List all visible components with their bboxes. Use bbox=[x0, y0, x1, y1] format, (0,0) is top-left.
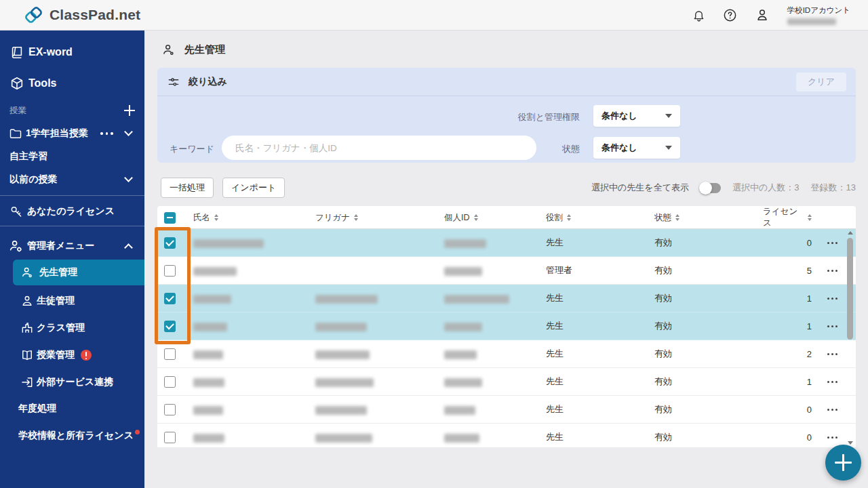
row-actions-more-icon[interactable] bbox=[817, 298, 847, 300]
sidebar-item-your-license[interactable]: あなたのライセンス bbox=[0, 201, 144, 222]
sidebar-item-ex-word[interactable]: EX-word bbox=[0, 42, 144, 62]
account-info[interactable]: 学校IDアカウント bbox=[787, 5, 850, 25]
table-row[interactable]: 先生有効0 bbox=[157, 396, 856, 424]
folder-more-icon[interactable] bbox=[100, 132, 117, 135]
role-cell: 先生 bbox=[546, 403, 654, 415]
scrollbar-thumb[interactable] bbox=[847, 238, 853, 340]
sidebar-item-class-mgmt[interactable]: クラス管理 bbox=[0, 318, 144, 338]
import-button[interactable]: インポート bbox=[222, 178, 285, 198]
bulk-action-button[interactable]: 一括処理 bbox=[161, 178, 214, 198]
filter-sliders-icon bbox=[167, 75, 180, 89]
column-header-furigana[interactable]: フリガナ bbox=[315, 212, 444, 224]
row-actions-more-icon[interactable] bbox=[817, 325, 847, 327]
status-cell: 有効 bbox=[654, 237, 763, 249]
license-cell: 1 bbox=[763, 321, 817, 331]
row-checkbox[interactable] bbox=[164, 432, 176, 443]
sort-icon bbox=[567, 214, 571, 221]
section-label-text: 授業 bbox=[9, 105, 26, 117]
sidebar-item-label: 以前の授業 bbox=[9, 174, 57, 186]
personal-id-redacted bbox=[444, 295, 509, 304]
table-row[interactable]: 先生有効1 bbox=[157, 368, 856, 396]
table-row[interactable]: 先生有効2 bbox=[157, 340, 856, 368]
row-actions-more-icon[interactable] bbox=[817, 270, 847, 272]
role-filter-select[interactable]: 条件なし bbox=[593, 105, 680, 127]
table-scrollbar[interactable] bbox=[847, 231, 854, 445]
row-actions-more-icon[interactable] bbox=[817, 436, 847, 439]
app-logo: ClassPad.net bbox=[24, 6, 140, 24]
row-checkbox[interactable] bbox=[164, 237, 176, 249]
top-bar: ClassPad.net 学校IDアカウント bbox=[0, 0, 868, 30]
personal-id-redacted bbox=[444, 239, 486, 248]
column-header-personal-id[interactable]: 個人ID bbox=[444, 212, 546, 224]
row-checkbox[interactable] bbox=[164, 376, 176, 388]
status-cell: 有効 bbox=[654, 375, 763, 388]
role-cell: 先生 bbox=[546, 375, 654, 388]
account-person-icon[interactable] bbox=[755, 7, 770, 22]
school-building-icon bbox=[20, 321, 34, 335]
table-row[interactable]: 先生有効0 bbox=[157, 424, 856, 447]
status-cell: 有効 bbox=[654, 320, 763, 332]
sidebar-item-admin-menu[interactable]: 管理者メニュー bbox=[0, 236, 144, 256]
table-row[interactable]: 管理者有効5 bbox=[157, 257, 856, 285]
status-filter-value: 条件なし bbox=[601, 142, 637, 154]
row-actions-more-icon[interactable] bbox=[817, 242, 847, 244]
sidebar-item-year-end[interactable]: 年度処理 bbox=[0, 399, 144, 419]
role-filter-label: 役割と管理権限 bbox=[422, 111, 580, 123]
sidebar-item-tools[interactable]: Tools bbox=[0, 73, 144, 94]
name-redacted bbox=[193, 323, 227, 331]
scroll-up-arrow-icon[interactable] bbox=[848, 231, 853, 235]
furigana-redacted bbox=[315, 406, 367, 415]
sidebar-item-external-services[interactable]: 外部サービス連携 bbox=[0, 372, 144, 392]
name-redacted bbox=[193, 239, 264, 248]
chevron-down-icon[interactable] bbox=[124, 174, 133, 182]
column-header-role[interactable]: 役割 bbox=[546, 212, 654, 224]
role-filter-value: 条件なし bbox=[601, 110, 637, 122]
sidebar-item-class-folder[interactable]: 1学年担当授業 bbox=[0, 123, 144, 144]
table-row[interactable]: 先生有効0 bbox=[157, 229, 856, 257]
row-checkbox[interactable] bbox=[164, 404, 176, 415]
sidebar-item-label: 管理者メニュー bbox=[27, 240, 94, 252]
add-class-plus-icon[interactable] bbox=[123, 104, 136, 117]
scroll-down-arrow-icon[interactable] bbox=[848, 441, 853, 445]
column-header-name[interactable]: 氏名 bbox=[193, 212, 315, 224]
personal-id-redacted bbox=[444, 350, 477, 359]
role-cell: 先生 bbox=[546, 348, 654, 360]
keyword-label: キーワード bbox=[170, 143, 217, 155]
logo-text: ClassPad.net bbox=[50, 7, 140, 23]
table-row[interactable]: 先生有効1 bbox=[157, 312, 856, 340]
main-content: 先生管理 絞り込み クリア 役割と管理権限 条件なし キーワード 状態 条件なし bbox=[144, 30, 868, 488]
row-actions-more-icon[interactable] bbox=[817, 381, 847, 383]
column-header-status[interactable]: 状態 bbox=[654, 212, 763, 224]
status-filter-select[interactable]: 条件なし bbox=[593, 137, 680, 159]
row-checkbox[interactable] bbox=[164, 348, 176, 360]
sidebar-item-label: 生徒管理 bbox=[37, 295, 75, 307]
column-header-license[interactable]: ライセンス bbox=[763, 206, 817, 229]
key-icon bbox=[9, 205, 23, 218]
row-actions-more-icon[interactable] bbox=[817, 409, 847, 411]
clear-filter-button[interactable]: クリア bbox=[796, 73, 846, 92]
notifications-bell-icon[interactable] bbox=[692, 8, 705, 22]
help-icon[interactable] bbox=[723, 8, 737, 22]
sidebar-item-school-info[interactable]: 学校情報と所有ライセンス bbox=[0, 426, 144, 446]
sidebar-item-self-study[interactable]: 自主学習 bbox=[0, 146, 144, 167]
status-cell: 有効 bbox=[654, 292, 763, 304]
furigana-redacted bbox=[315, 378, 374, 387]
add-teacher-fab-button[interactable] bbox=[825, 445, 861, 481]
row-checkbox[interactable] bbox=[164, 321, 176, 332]
name-redacted bbox=[193, 434, 224, 443]
license-cell: 0 bbox=[763, 432, 817, 443]
sidebar-item-teacher-mgmt-active[interactable]: 先生管理 bbox=[13, 260, 144, 285]
chevron-down-icon[interactable] bbox=[124, 127, 133, 136]
row-actions-more-icon[interactable] bbox=[817, 353, 847, 355]
sidebar: EX-word Tools 授業 1学年担当授業 自主学習 以前の授業 bbox=[0, 30, 144, 488]
teachers-table: 氏名 フリガナ 個人ID 役割 状態 ライセンス 先生有効0管理者有効5先生有効… bbox=[157, 206, 856, 447]
row-checkbox[interactable] bbox=[164, 265, 176, 277]
show-selected-toggle[interactable] bbox=[701, 183, 721, 193]
sidebar-item-student-mgmt[interactable]: 生徒管理 bbox=[0, 291, 144, 311]
row-checkbox[interactable] bbox=[164, 293, 176, 304]
sidebar-item-lesson-mgmt[interactable]: 授業管理 bbox=[0, 345, 144, 365]
table-row[interactable]: 先生有効1 bbox=[157, 285, 856, 312]
chevron-up-icon[interactable] bbox=[124, 243, 133, 252]
sidebar-item-previous-classes[interactable]: 以前の授業 bbox=[0, 169, 144, 190]
select-all-checkbox[interactable] bbox=[164, 212, 176, 224]
